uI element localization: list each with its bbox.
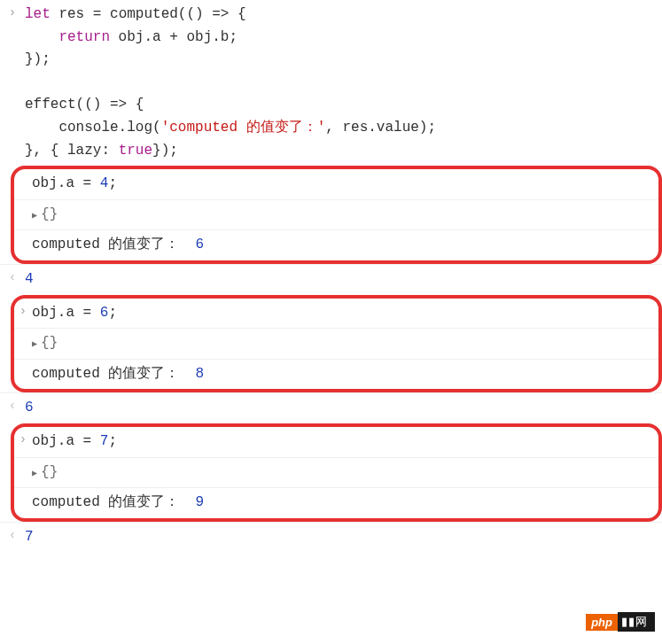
output-line[interactable]: ‹ 6	[0, 392, 662, 423]
output-marker-icon: ‹	[0, 268, 25, 284]
keyword-return: return	[58, 29, 110, 45]
output-line[interactable]: ‹ 4	[0, 264, 662, 295]
object-expand-line[interactable]: ▶{}	[14, 199, 658, 230]
output-marker-icon: ‹	[0, 397, 25, 413]
keyword-true: true	[119, 143, 152, 159]
input-marker-icon: ›	[14, 302, 32, 318]
log-line[interactable]: computed 的值变了：9	[14, 487, 658, 518]
input-marker-icon: ›	[0, 4, 25, 19]
expand-triangle-icon[interactable]: ▶	[32, 338, 37, 352]
input-marker-icon: ›	[14, 431, 32, 446]
expand-triangle-icon[interactable]: ▶	[32, 467, 37, 481]
highlight-group-2: › obj.a = 6; ▶{} computed 的值变了：8	[11, 295, 662, 393]
highlight-group-1: obj.a = 4; ▶{} computed 的值变了：6	[11, 166, 662, 264]
output-marker-icon: ‹	[0, 526, 25, 542]
log-line[interactable]: computed 的值变了：8	[14, 359, 658, 390]
log-line[interactable]: computed 的值变了：6	[14, 229, 658, 260]
code-block: let res = computed(() => { return obj.a …	[25, 4, 662, 162]
object-expand-line[interactable]: ▶{}	[14, 457, 658, 488]
console-line[interactable]: obj.a = 4;	[14, 169, 658, 199]
input-code-row[interactable]: › let res = computed(() => { return obj.…	[0, 0, 662, 166]
string-literal: 'computed 的值变了：'	[161, 120, 326, 136]
console-line[interactable]: › obj.a = 7;	[14, 427, 658, 457]
highlight-group-3: › obj.a = 7; ▶{} computed 的值变了：9	[11, 423, 662, 522]
console-line[interactable]: › obj.a = 6;	[14, 299, 658, 329]
output-line[interactable]: ‹ 7	[0, 522, 662, 553]
expand-triangle-icon[interactable]: ▶	[32, 209, 37, 223]
keyword-let: let	[25, 6, 51, 22]
console-panel: › let res = computed(() => { return obj.…	[0, 0, 662, 552]
object-expand-line[interactable]: ▶{}	[14, 328, 658, 359]
